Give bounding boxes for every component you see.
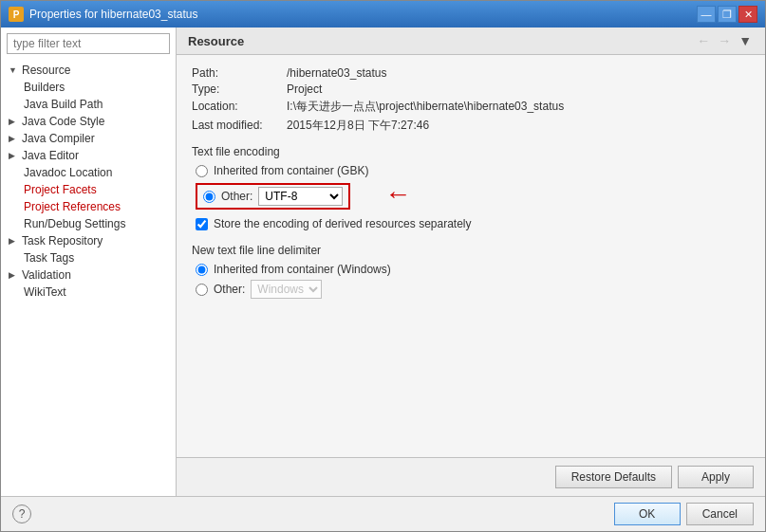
other-encoding-radio[interactable]	[203, 191, 215, 203]
delimiter-options: Inherited from container (Windows) Other…	[196, 263, 750, 299]
content-body: Path: /hibernate03_status Type: Project …	[177, 55, 765, 457]
sidebar-item-wikitext[interactable]: WikiText	[1, 284, 176, 301]
sidebar-item-label: Task Repository	[22, 234, 103, 248]
sidebar-item-builders[interactable]: Builders	[1, 79, 176, 96]
delimiter-other-row: Other: Windows Unix	[196, 280, 750, 299]
location-value: I:\每天进步一点点\project\hibernate\hibernate03…	[287, 99, 564, 115]
delimiter-select[interactable]: Windows Unix	[251, 280, 322, 299]
sidebar-item-resource[interactable]: ▼ Resource	[1, 62, 176, 79]
modified-row: Last modified: 2015年12月8日 下午7:27:46	[192, 118, 750, 134]
sidebar-item-java-code-style[interactable]: ▶ Java Code Style	[1, 113, 176, 130]
sidebar-item-label: Java Build Path	[24, 98, 103, 111]
sidebar-item-label: Run/Debug Settings	[24, 217, 125, 230]
sidebar-item-validation[interactable]: ▶ Validation	[1, 266, 176, 284]
nav-list: ▼ Resource Builders Java Build Path ▶ Ja…	[1, 60, 176, 496]
forward-button[interactable]: →	[716, 33, 733, 48]
sidebar-item-task-tags[interactable]: Task Tags	[1, 249, 176, 266]
content-area: Resource ← → ▼ Path: /hibernate03_status…	[177, 28, 765, 496]
sidebar-item-label: Task Tags	[24, 251, 74, 265]
sidebar-item-task-repository[interactable]: ▶ Task Repository	[1, 232, 176, 249]
other-encoding-container: Other: UTF-8 GBK UTF-16 ISO-8859-1	[196, 183, 350, 210]
inherited-encoding-label: Inherited from container (GBK)	[214, 164, 368, 177]
arrow-icon: ▶	[9, 134, 18, 143]
type-row: Type: Project	[192, 83, 750, 96]
sidebar-item-label: Java Code Style	[22, 115, 104, 128]
filter-input[interactable]	[7, 33, 170, 54]
delimiter-other-radio[interactable]	[196, 284, 208, 296]
ok-button[interactable]: OK	[614, 503, 681, 525]
bottom-bar: Restore Defaults Apply	[177, 457, 765, 496]
sidebar-item-label: Project Facets	[24, 183, 97, 196]
type-label: Type:	[192, 83, 287, 96]
inherited-encoding-row: Inherited from container (GBK)	[196, 164, 750, 177]
cancel-button[interactable]: Cancel	[686, 503, 754, 525]
delimiter-inherited-radio[interactable]	[196, 264, 208, 276]
sidebar-item-project-references[interactable]: Project References	[1, 198, 176, 215]
restore-button[interactable]: ❐	[718, 6, 737, 23]
path-value: /hibernate03_status	[287, 66, 386, 80]
content-title: Resource	[188, 34, 244, 48]
title-bar: P Properties for hibernate03_status — ❐ …	[1, 1, 765, 28]
delimiter-other-label: Other:	[214, 283, 245, 296]
back-button[interactable]: ←	[695, 33, 712, 48]
inherited-encoding-radio[interactable]	[196, 165, 208, 177]
dropdown-button[interactable]: ▼	[737, 33, 754, 48]
delimiter-inherited-label: Inherited from container (Windows)	[214, 263, 391, 276]
location-row: Location: I:\每天进步一点点\project\hibernate\h…	[192, 99, 750, 115]
other-encoding-label: Other:	[221, 190, 252, 203]
store-encoding-label: Store the encoding of derived resources …	[214, 217, 472, 230]
sidebar-item-project-facets[interactable]: Project Facets	[1, 181, 176, 198]
window-title: Properties for hibernate03_status	[29, 8, 197, 21]
footer-buttons: OK Cancel	[614, 503, 754, 525]
content-header: Resource ← → ▼	[177, 28, 765, 55]
restore-defaults-button[interactable]: Restore Defaults	[555, 466, 672, 488]
sidebar-item-label: Project References	[24, 200, 121, 213]
sidebar-item-javadoc-location[interactable]: Javadoc Location	[1, 164, 176, 181]
path-label: Path:	[192, 66, 287, 80]
minimize-button[interactable]: —	[697, 6, 716, 23]
other-encoding-row: Other: UTF-8 GBK UTF-16 ISO-8859-1 ←	[196, 181, 411, 211]
sidebar-item-java-build-path[interactable]: Java Build Path	[1, 96, 176, 113]
sidebar-item-label: Resource	[22, 64, 70, 77]
delimiter-section: New text file line delimiter Inherited f…	[192, 244, 750, 299]
arrow-icon: ▶	[9, 236, 18, 246]
store-encoding-row: Store the encoding of derived resources …	[196, 217, 750, 230]
main-area: ▼ Resource Builders Java Build Path ▶ Ja…	[1, 28, 765, 496]
modified-label: Last modified:	[192, 119, 287, 132]
apply-button[interactable]: Apply	[678, 466, 754, 488]
window-icon: P	[9, 7, 24, 22]
title-bar-left: P Properties for hibernate03_status	[9, 7, 197, 22]
arrow-icon: ▶	[9, 117, 18, 126]
nav-arrows: ← → ▼	[695, 33, 754, 48]
sidebar-item-java-editor[interactable]: ▶ Java Editor	[1, 147, 176, 164]
title-controls: — ❐ ✕	[697, 6, 757, 23]
encoding-options: Inherited from container (GBK) Other: UT…	[196, 164, 750, 211]
help-button[interactable]: ?	[12, 504, 31, 523]
sidebar-item-label: Validation	[22, 268, 71, 282]
store-encoding-checkbox[interactable]	[196, 218, 208, 230]
delimiter-inherited-row: Inherited from container (Windows)	[196, 263, 750, 276]
sidebar-item-java-compiler[interactable]: ▶ Java Compiler	[1, 130, 176, 147]
delimiter-section-title: New text file line delimiter	[192, 244, 750, 257]
sidebar-item-label: Java Compiler	[22, 132, 95, 145]
modified-value: 2015年12月8日 下午7:27:46	[287, 118, 429, 134]
sidebar: ▼ Resource Builders Java Build Path ▶ Ja…	[1, 28, 177, 496]
red-arrow-annotation: ←	[384, 179, 411, 210]
sidebar-item-label: WikiText	[24, 285, 66, 299]
arrow-icon: ▶	[9, 270, 18, 280]
arrow-icon: ▶	[9, 151, 18, 160]
encoding-section-title: Text file encoding	[192, 145, 750, 158]
sidebar-item-label: Java Editor	[22, 149, 79, 162]
properties-window: P Properties for hibernate03_status — ❐ …	[0, 0, 766, 532]
footer-bar: ? OK Cancel	[1, 496, 765, 531]
arrow-icon: ▼	[9, 65, 18, 75]
sidebar-item-run-debug[interactable]: Run/Debug Settings	[1, 215, 176, 232]
close-button[interactable]: ✕	[738, 6, 757, 23]
sidebar-item-label: Javadoc Location	[24, 166, 112, 179]
encoding-select[interactable]: UTF-8 GBK UTF-16 ISO-8859-1	[258, 187, 343, 206]
sidebar-item-label: Builders	[24, 81, 65, 94]
location-label: Location:	[192, 100, 287, 113]
type-value: Project	[287, 83, 322, 96]
path-row: Path: /hibernate03_status	[192, 66, 750, 80]
